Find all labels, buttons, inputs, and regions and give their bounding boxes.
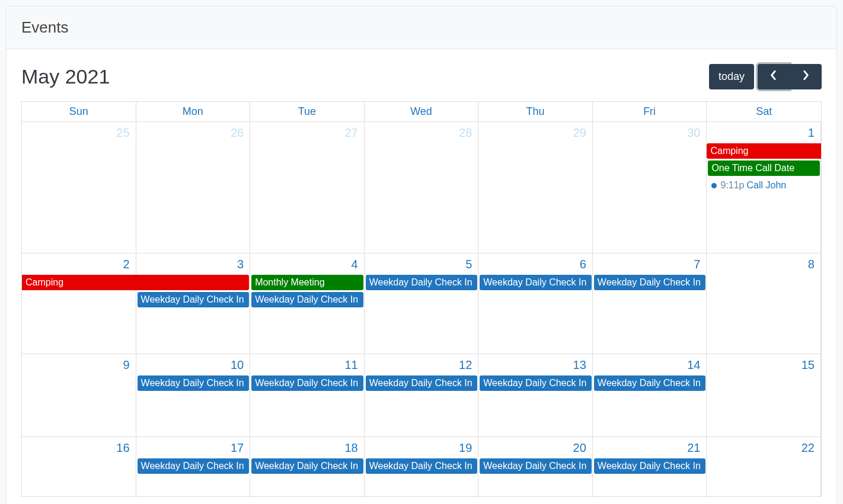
- day-number: 15: [710, 357, 817, 373]
- event-weekday-checkin[interactable]: Weekday Daily Check In: [594, 275, 706, 290]
- toolbar-buttons: today: [709, 64, 822, 89]
- day-cell[interactable]: 14: [593, 354, 707, 436]
- day-cell[interactable]: 11: [250, 354, 365, 436]
- nav-group: [758, 64, 822, 89]
- card-header: Events: [7, 7, 836, 49]
- day-number: 7: [596, 256, 703, 272]
- day-cell[interactable]: 26: [136, 122, 251, 253]
- card-body: May 2021 today: [7, 49, 836, 504]
- day-cell[interactable]: 28: [365, 122, 479, 253]
- event-weekday-checkin[interactable]: Weekday Daily Check In: [366, 375, 478, 391]
- dayname-sun: Sun: [22, 102, 136, 122]
- event-label: Call John: [746, 180, 786, 191]
- chevron-right-icon: [802, 70, 810, 84]
- next-button[interactable]: [790, 64, 822, 89]
- day-cell[interactable]: 6: [478, 253, 593, 354]
- event-weekday-checkin[interactable]: Weekday Daily Check In: [480, 458, 592, 474]
- day-number: 18: [254, 440, 360, 456]
- day-cell[interactable]: 2: [22, 253, 136, 354]
- dot-icon: [711, 183, 717, 188]
- day-number: 9: [25, 357, 132, 373]
- event-weekday-checkin[interactable]: Weekday Daily Check In: [366, 458, 478, 474]
- day-number: 30: [596, 125, 703, 141]
- day-number: 14: [596, 357, 703, 373]
- day-number: 3: [140, 256, 247, 272]
- card-title: Events: [21, 18, 69, 36]
- dayname-sat: Sat: [707, 102, 821, 122]
- day-number: 10: [140, 357, 247, 373]
- day-number: 26: [140, 125, 247, 141]
- dayname-thu: Thu: [478, 102, 593, 122]
- event-weekday-checkin[interactable]: Weekday Daily Check In: [251, 292, 363, 307]
- day-number: 12: [368, 357, 475, 373]
- day-cell[interactable]: 8: [707, 253, 821, 354]
- week-row: 25 26 27 28 29 30 1 Camping One Time Cal…: [22, 122, 821, 253]
- dayname-fri: Fri: [593, 102, 707, 122]
- dayname-mon: Mon: [136, 102, 251, 122]
- day-number: 8: [710, 256, 817, 272]
- day-cell[interactable]: 30: [593, 122, 707, 253]
- day-number: 11: [254, 357, 360, 373]
- day-cell[interactable]: 13: [478, 354, 593, 436]
- day-number: 5: [368, 256, 475, 272]
- day-number: 21: [596, 440, 703, 456]
- day-number: 29: [482, 125, 589, 141]
- event-monthly-meeting[interactable]: Monthly Meeting: [251, 275, 363, 290]
- day-number: 27: [254, 125, 360, 141]
- event-camping[interactable]: Camping: [707, 143, 821, 159]
- day-cell[interactable]: 22: [707, 437, 821, 496]
- calendar-toolbar: May 2021 today: [21, 64, 822, 89]
- event-weekday-checkin[interactable]: Weekday Daily Check In: [366, 275, 478, 290]
- event-weekday-checkin[interactable]: Weekday Daily Check In: [594, 375, 706, 391]
- event-weekday-checkin[interactable]: Weekday Daily Check In: [594, 458, 706, 474]
- month-title: May 2021: [21, 65, 110, 88]
- calendar-grid: Sun Mon Tue Wed Thu Fri Sat 25 26 27 28 …: [21, 101, 822, 497]
- day-cell[interactable]: 29: [478, 122, 593, 253]
- day-cell[interactable]: 7: [593, 253, 707, 354]
- day-cell[interactable]: 15: [707, 354, 821, 436]
- day-number: 17: [140, 440, 247, 456]
- week-row: 9 10 11 12 13 14 15 Weekday Daily Check …: [22, 354, 821, 437]
- events-card: Events May 2021 today: [6, 6, 837, 504]
- day-cell[interactable]: 25: [22, 122, 136, 253]
- event-weekday-checkin[interactable]: Weekday Daily Check In: [251, 458, 363, 474]
- event-time: 9:11p: [720, 180, 744, 191]
- event-weekday-checkin[interactable]: Weekday Daily Check In: [138, 375, 250, 391]
- day-number: 25: [25, 125, 132, 141]
- day-cell[interactable]: 9: [22, 354, 136, 436]
- dayname-wed: Wed: [365, 102, 479, 122]
- event-weekday-checkin[interactable]: Weekday Daily Check In: [480, 375, 592, 391]
- prev-button[interactable]: [758, 64, 790, 89]
- event-camping[interactable]: Camping: [22, 275, 249, 290]
- day-number: 28: [368, 125, 475, 141]
- day-cell[interactable]: 5: [365, 253, 479, 354]
- event-one-time-call[interactable]: One Time Call Date: [708, 160, 820, 176]
- day-number: 16: [25, 440, 132, 456]
- today-button[interactable]: today: [709, 64, 754, 89]
- week-row: 16 17 18 19 20 21 22 Weekday Daily Check…: [22, 437, 821, 496]
- event-weekday-checkin[interactable]: Weekday Daily Check In: [251, 375, 363, 391]
- day-number: 19: [368, 440, 475, 456]
- event-weekday-checkin[interactable]: Weekday Daily Check In: [138, 458, 250, 474]
- day-number: 22: [710, 440, 817, 456]
- day-number: 20: [482, 440, 589, 456]
- day-number: 4: [254, 256, 360, 272]
- day-cell[interactable]: 27: [250, 122, 365, 253]
- event-weekday-checkin[interactable]: Weekday Daily Check In: [138, 292, 250, 307]
- chevron-left-icon: [769, 70, 778, 84]
- event-call-john[interactable]: 9:11p Call John: [708, 178, 820, 193]
- day-cell[interactable]: 10: [136, 354, 251, 436]
- day-number: 6: [482, 256, 589, 272]
- dayname-tue: Tue: [250, 102, 365, 122]
- day-cell[interactable]: 12: [365, 354, 479, 436]
- event-weekday-checkin[interactable]: Weekday Daily Check In: [480, 275, 592, 290]
- day-number: 2: [25, 256, 132, 272]
- day-number: 13: [482, 357, 589, 373]
- day-cell[interactable]: 16: [22, 437, 136, 496]
- dayname-row: Sun Mon Tue Wed Thu Fri Sat: [22, 102, 821, 122]
- day-number: 1: [710, 125, 817, 141]
- week-row: 2 3 4 5 6 7 8 Camping Monthly Meeting We…: [22, 253, 821, 354]
